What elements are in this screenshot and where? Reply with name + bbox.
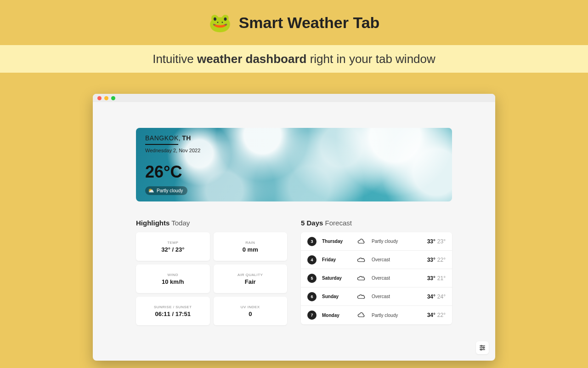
location-underline xyxy=(145,144,178,145)
highlight-label: WIND xyxy=(168,273,178,277)
location-label: BANGKOK,TH xyxy=(145,134,200,142)
hero-overlay: BANGKOK,TH Wednesday 2, Nov 2022 26°C ⛅ … xyxy=(145,134,200,195)
highlight-label: RAIN xyxy=(245,241,255,245)
svg-point-4 xyxy=(483,347,484,349)
forecast-high: 33° xyxy=(427,275,435,282)
forecast-day-number: 6 xyxy=(307,292,317,301)
window-body: BANGKOK,TH Wednesday 2, Nov 2022 26°C ⛅ … xyxy=(93,102,495,325)
forecast-day-name: Saturday xyxy=(322,276,357,281)
highlight-rain: RAIN 0 mm xyxy=(214,232,288,261)
window-chrome xyxy=(93,94,495,102)
traffic-close-icon[interactable] xyxy=(97,96,102,100)
forecast-day-name: Monday xyxy=(322,313,357,318)
cloud-icon xyxy=(357,312,367,318)
sliders-icon xyxy=(479,344,486,351)
forecast-title-strong: 5 Days xyxy=(301,219,323,227)
subtitle-text: Intuitive weather dashboard right in you… xyxy=(153,52,435,66)
highlights-title-light-text: Today xyxy=(171,219,190,227)
highlight-value: 0 xyxy=(249,310,252,317)
forecast-title-light: Forecast xyxy=(325,219,352,227)
condition-pill: ⛅ Partly cloudy xyxy=(145,186,187,195)
highlight-label: UV INDEX xyxy=(241,305,260,309)
subtitle-pre: Intuitive xyxy=(153,52,197,66)
forecast-row: 7 Monday Partly cloudy 34° 22° xyxy=(301,306,452,324)
forecast-card: 3 Thursday Partly cloudy 33° 23° 4 Frida… xyxy=(301,232,452,324)
highlight-wind: WIND 10 km/h xyxy=(136,264,210,293)
forecast-high: 34° xyxy=(427,293,435,300)
cloud-icon xyxy=(357,257,367,263)
forecast-low: 22° xyxy=(437,312,446,318)
current-date: Wednesday 2, Nov 2022 xyxy=(145,148,200,153)
forecast-row: 6 Sunday Overcast 34° 24° xyxy=(301,288,452,306)
forecast-day-name: Friday xyxy=(322,257,357,262)
settings-button[interactable] xyxy=(476,341,489,354)
traffic-minimize-icon[interactable] xyxy=(104,96,108,100)
forecast-low: 23° xyxy=(437,238,446,245)
highlight-value: 0 mm xyxy=(243,246,258,253)
forecast-high: 33° xyxy=(427,238,435,245)
highlight-value: Fair xyxy=(245,278,256,285)
forecast-low: 21° xyxy=(437,275,446,282)
subtitle-post: right in your tab window xyxy=(306,52,435,66)
svg-point-3 xyxy=(481,345,482,347)
subtitle-bold: weather dashboard xyxy=(197,52,306,66)
forecast-condition: Partly cloudy xyxy=(372,239,427,244)
highlight-temp: TEMP 32° / 23° xyxy=(136,232,210,261)
forecast-condition: Overcast xyxy=(372,294,427,299)
forecast-day-number: 7 xyxy=(307,310,317,320)
highlight-uv-index: UV INDEX 0 xyxy=(214,297,288,325)
current-temp: 26°C xyxy=(145,162,200,182)
highlight-label: TEMP xyxy=(167,241,178,245)
forecast-condition: Partly cloudy xyxy=(372,313,427,318)
weather-hero: BANGKOK,TH Wednesday 2, Nov 2022 26°C ⛅ … xyxy=(136,128,452,201)
stage: BANGKOK,TH Wednesday 2, Nov 2022 26°C ⛅ … xyxy=(0,73,588,361)
partly-cloudy-icon: ⛅ xyxy=(148,188,154,194)
forecast-condition: Overcast xyxy=(372,276,427,281)
highlight-sunrise-sunset: SUNRISE / SUNSET 06:11 / 17:51 xyxy=(136,297,210,325)
svg-point-5 xyxy=(481,349,482,351)
highlight-value: 06:11 / 17:51 xyxy=(155,310,191,317)
forecast-row: 5 Saturday Overcast 33° 21° xyxy=(301,269,452,288)
app-title: Smart Weather Tab xyxy=(239,14,380,32)
highlights-title: Highlights Today xyxy=(136,219,287,227)
highlight-label: SUNRISE / SUNSET xyxy=(154,305,192,309)
highlight-value: 32° / 23° xyxy=(161,246,184,253)
frog-icon: 🐸 xyxy=(209,13,232,32)
forecast-high: 34° xyxy=(427,312,435,318)
forecast-day-number: 4 xyxy=(307,255,317,264)
forecast-day-number: 5 xyxy=(307,274,317,283)
forecast-day-name: Thursday xyxy=(322,239,357,244)
forecast-low: 22° xyxy=(437,257,446,263)
highlight-label: AIR QUALITY xyxy=(237,273,263,277)
traffic-zoom-icon[interactable] xyxy=(111,96,115,100)
subtitle-band: Intuitive weather dashboard right in you… xyxy=(0,45,588,73)
cloud-icon xyxy=(357,275,367,282)
cloud-icon xyxy=(357,293,367,300)
highlight-air-quality: AIR QUALITY Fair xyxy=(214,264,288,293)
forecast-high: 33° xyxy=(427,257,435,263)
forecast-row: 4 Friday Overcast 33° 22° xyxy=(301,251,452,269)
header-band: 🐸 Smart Weather Tab xyxy=(0,0,588,45)
forecast-day-name: Sunday xyxy=(322,294,357,299)
forecast-section: 5 Days Forecast 3 Thursday Partly cloudy… xyxy=(301,219,452,325)
location-country: TH xyxy=(182,134,191,142)
columns: Highlights Today TEMP 32° / 23° RAIN 0 m… xyxy=(136,219,452,325)
condition-text: Partly cloudy xyxy=(157,188,183,193)
forecast-row: 3 Thursday Partly cloudy 33° 23° xyxy=(301,232,452,251)
forecast-day-number: 3 xyxy=(307,237,317,246)
app-window: BANGKOK,TH Wednesday 2, Nov 2022 26°C ⛅ … xyxy=(93,94,495,361)
highlights-title-strong: Highlights xyxy=(136,219,170,227)
forecast-low: 24° xyxy=(437,293,446,300)
highlights-section: Highlights Today TEMP 32° / 23° RAIN 0 m… xyxy=(136,219,287,325)
location-city: BANGKOK, xyxy=(145,134,181,142)
forecast-title: 5 Days Forecast xyxy=(301,219,452,227)
forecast-condition: Overcast xyxy=(372,257,427,262)
highlights-grid: TEMP 32° / 23° RAIN 0 mm WIND 10 km/h xyxy=(136,232,287,325)
highlight-value: 10 km/h xyxy=(162,278,184,285)
cloud-icon xyxy=(357,238,367,245)
